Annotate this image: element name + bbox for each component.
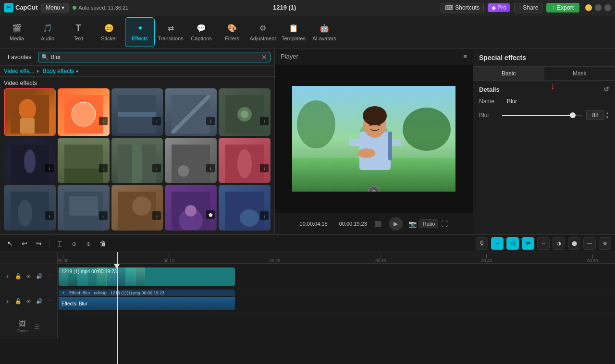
tool-adjustment[interactable]: ⚙ Adjustment	[248, 17, 278, 47]
zoom-in-button[interactable]: ⊕	[599, 237, 611, 250]
effect-clip-body[interactable]: Effects: Blur	[59, 297, 235, 310]
tool-transitions[interactable]: ⇄ Transitions	[156, 17, 185, 47]
export-button[interactable]: ↑ Export	[546, 3, 579, 12]
clip-opacity-button[interactable]: ◑	[553, 237, 565, 250]
effect-card-row3b[interactable]: ↓	[58, 185, 110, 231]
effect-card-mini-zoom[interactable]: Mini Zoom ↓	[219, 88, 271, 136]
split-button[interactable]: ⌶	[53, 237, 66, 250]
search-box[interactable]: 🔍 ✕	[38, 52, 271, 62]
track-lock-icon[interactable]: 🔓	[14, 273, 22, 280]
tab-basic[interactable]: Basic	[473, 67, 544, 80]
play-button[interactable]: ▶	[389, 217, 403, 231]
track-eye-icon[interactable]: 👁	[25, 273, 33, 280]
ratio-button[interactable]: Ratio	[419, 219, 439, 228]
effect-card-blur2[interactable]: Blur ↓	[4, 138, 56, 183]
split-left-button[interactable]: ⌽	[68, 237, 80, 250]
effect-card-blur-close[interactable]: Blur close ↓	[58, 138, 110, 183]
tool-captions[interactable]: 💬 Captions	[186, 17, 216, 47]
ruler-mark-40: 00:40	[481, 255, 492, 263]
total-time: 00:00:19:23	[339, 221, 367, 227]
player-area: Player ≡	[275, 49, 473, 234]
minimize-button[interactable]	[585, 4, 592, 11]
track-lock-icon[interactable]: 🔓	[14, 298, 22, 305]
clip-copy-button[interactable]: ⇌	[522, 237, 534, 250]
clip-match-button[interactable]: ⬡	[506, 237, 519, 250]
cover-icon-button[interactable]: 🖼 Cover	[16, 320, 28, 333]
effect-card-blur3[interactable]: Blur ↓	[219, 138, 271, 183]
ruler-left-spacer	[0, 252, 58, 264]
video-clip[interactable]: 1219 (1).mp4 00:00:19:23	[59, 267, 235, 286]
effect-card-chrome-blur[interactable]: Chrome Blur ↓	[165, 138, 217, 183]
effect-card-row3d[interactable]: ⬟	[165, 185, 217, 231]
arrow-up-icon[interactable]: ▲	[605, 111, 609, 115]
menu-button[interactable]: Menu ▾	[41, 3, 69, 12]
delete-button[interactable]: 🗑	[97, 237, 109, 250]
tool-sticker[interactable]: 😊 Sticker	[94, 17, 124, 47]
body-effects-dropdown[interactable]: Body effects ▾	[43, 68, 79, 74]
ruler-mark-30: 00:30	[375, 255, 386, 263]
special-effects-title: Special effects	[473, 49, 615, 67]
arrow-down-icon[interactable]: ▼	[605, 116, 609, 120]
track-audio-icon[interactable]: 🔊	[36, 273, 43, 280]
effect-card-oblique-blur[interactable]: Oblique Blur ↓	[165, 88, 217, 136]
effect-card-diamond-zoom[interactable]: Diamo... Zoom ↓	[58, 88, 110, 136]
svg-point-35	[403, 108, 451, 151]
select-tool[interactable]: ↖	[4, 237, 16, 250]
track-more-icon[interactable]: ⋯	[46, 298, 54, 305]
effect-card-row3e[interactable]: ↓	[219, 185, 271, 231]
undo-button[interactable]: ↩	[18, 237, 31, 250]
effect-card-row3c[interactable]: ↓	[111, 185, 163, 231]
clip-magic-button[interactable]: —	[583, 237, 596, 250]
favorites-tab[interactable]: Favorites	[4, 52, 35, 62]
search-close-icon[interactable]: ✕	[261, 53, 267, 61]
split-right-button[interactable]: ⌽	[82, 237, 95, 250]
svg-marker-47	[114, 264, 120, 269]
search-input[interactable]	[50, 54, 259, 61]
effect-card-vertical-blur[interactable]: Vertical Blur ↓	[111, 138, 163, 183]
top-right-controls: ⌨ Shortcuts ◆ Pro ↑ Share ↑ Export	[441, 3, 611, 12]
tool-filters[interactable]: 🎨 Filters	[217, 17, 247, 47]
redo-button[interactable]: ↪	[33, 237, 45, 250]
tool-media[interactable]: 🎬 Media	[2, 17, 32, 47]
clip-speed-button[interactable]: ↔	[491, 237, 504, 250]
camera-settings-icon[interactable]: 📷	[408, 220, 417, 228]
effect-thumb	[219, 88, 271, 136]
mic-button[interactable]: 🎙	[476, 237, 488, 250]
blur-slider[interactable]	[502, 110, 582, 120]
tool-templates[interactable]: 📋 Templates	[279, 17, 308, 47]
maximize-button[interactable]	[595, 4, 602, 11]
track-row-video: + 🔓 👁 🔊 ⋯	[0, 264, 615, 289]
effect-card-row3a[interactable]: ↓	[4, 185, 56, 231]
track-list-icon[interactable]: ☰	[33, 323, 41, 330]
tab-mask[interactable]: Mask	[544, 67, 615, 80]
video-effects-dropdown[interactable]: Video effe... ▾	[4, 68, 39, 74]
video-clip-label: 1219 (1).mp4 00:00:19:23	[62, 269, 117, 274]
track-audio-icon[interactable]: 🔊	[36, 298, 43, 305]
track-more-icon[interactable]: ⋯	[46, 273, 54, 280]
clip-color-button[interactable]: ⬤	[568, 237, 580, 250]
share-button[interactable]: ↑ Share	[514, 3, 542, 12]
track-content-video: 1219 (1).mp4 00:00:19:23	[58, 264, 615, 289]
timeline-ruler: 00:00 00:10 00:20 00:30 00:40 00:50	[58, 252, 615, 264]
tool-text[interactable]: T Text	[63, 17, 93, 47]
reset-icon[interactable]: ↺	[603, 85, 609, 93]
close-button[interactable]	[604, 4, 611, 11]
track-add-icon[interactable]: +	[4, 273, 12, 280]
sticker-icon: 😊	[104, 23, 114, 34]
auto-save: Auto saved: 11:36:21	[73, 5, 128, 11]
clip-zoom-button[interactable]: ↔	[537, 237, 550, 250]
track-add-icon[interactable]: +	[4, 298, 12, 305]
ruler-content: 00:00 00:10 00:20 00:30 00:40 00:50	[58, 252, 615, 263]
pro-button[interactable]: ◆ Pro	[488, 3, 510, 12]
track-eye-icon[interactable]: 👁	[25, 298, 33, 305]
shortcuts-button[interactable]: ⌨ Shortcuts	[441, 3, 484, 12]
slider-thumb[interactable]	[570, 112, 576, 118]
effect-card-blur[interactable]: Blur	[4, 88, 56, 136]
tool-effects[interactable]: ✦ Effects	[125, 17, 155, 47]
effect-card-motion-blur[interactable]: Motion Blur ↓	[111, 88, 163, 136]
fullscreen-icon[interactable]: ⛶	[441, 220, 448, 228]
video-frame: ⊙	[292, 86, 455, 192]
tool-audio[interactable]: 🎵 Audio	[33, 17, 62, 47]
blur-value[interactable]: 88	[586, 110, 604, 120]
tool-ai-avatars[interactable]: 🤖 AI avatars	[309, 17, 339, 47]
